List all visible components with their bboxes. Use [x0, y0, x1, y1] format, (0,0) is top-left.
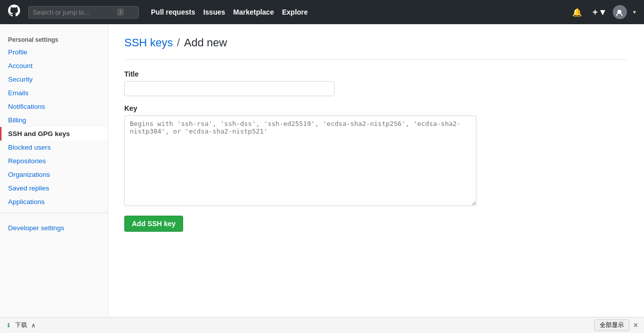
breadcrumb-divider [124, 59, 628, 60]
github-logo[interactable] [8, 5, 20, 20]
breadcrumb: SSH keys / Add new [124, 36, 628, 49]
sidebar-section-title: Personal settings [0, 32, 108, 45]
bottom-bar-right: 全部显示 × [594, 319, 638, 331]
breadcrumb-current-page: Add new [184, 36, 227, 49]
sidebar-item-account[interactable]: Account [0, 59, 108, 73]
page-wrapper: Personal settings Profile Account Securi… [0, 24, 644, 333]
new-item-button[interactable]: + ▾ [590, 5, 607, 20]
nav-marketplace[interactable]: Marketplace [233, 8, 274, 16]
nav-pull-requests[interactable]: Pull requests [151, 8, 195, 16]
search-box[interactable]: / [28, 6, 139, 19]
download-icon: ⬇ [6, 322, 11, 329]
title-input[interactable] [124, 81, 335, 96]
breadcrumb-ssh-keys-link[interactable]: SSH keys [124, 36, 173, 49]
add-ssh-key-button[interactable]: Add SSH key [124, 216, 183, 232]
title-label: Title [124, 70, 487, 78]
slash-shortcut: / [117, 9, 124, 16]
bottom-bar: ⬇ 下载 ∧ 全部显示 × [0, 317, 644, 333]
key-label: Key [124, 104, 487, 112]
main-content: SSH keys / Add new Title Key Add SSH key [108, 24, 644, 333]
sidebar-item-organizations[interactable]: Organizations [0, 168, 108, 181]
download-label: 下载 [15, 321, 27, 329]
title-field-group: Title [124, 70, 487, 96]
bottom-bar-left: ⬇ 下载 ∧ [6, 321, 36, 329]
key-field-group: Key [124, 104, 487, 208]
nav-explore[interactable]: Explore [282, 8, 307, 16]
sidebar-item-developer-settings[interactable]: Developer settings [0, 221, 108, 235]
chevron-up-icon[interactable]: ∧ [31, 322, 36, 329]
sidebar-section2: Developer settings [0, 217, 108, 235]
sidebar-item-profile[interactable]: Profile [0, 45, 108, 59]
nav-links: Pull requests Issues Marketplace Explore [151, 8, 308, 16]
top-navigation: / Pull requests Issues Marketplace Explo… [0, 0, 644, 24]
sidebar-item-notifications[interactable]: Notifications [0, 100, 108, 113]
search-input[interactable] [33, 9, 113, 16]
topnav-right-section: 🔔 + ▾ ▾ [570, 5, 636, 20]
avatar-dropdown-arrow[interactable]: ▾ [633, 9, 636, 16]
sidebar-item-blocked-users[interactable]: Blocked users [0, 141, 108, 154]
notifications-bell-button[interactable]: 🔔 [570, 6, 584, 19]
sidebar-item-saved-replies[interactable]: Saved replies [0, 181, 108, 195]
sidebar-item-security[interactable]: Security [0, 73, 108, 86]
sidebar: Personal settings Profile Account Securi… [0, 24, 108, 333]
sidebar-item-billing[interactable]: Billing [0, 113, 108, 127]
sidebar-item-repositories[interactable]: Repositories [0, 154, 108, 168]
key-textarea[interactable] [124, 115, 476, 206]
nav-issues[interactable]: Issues [203, 8, 225, 16]
breadcrumb-separator: / [177, 36, 180, 49]
sidebar-item-emails[interactable]: Emails [0, 86, 108, 100]
sidebar-item-ssh-gpg-keys[interactable]: SSH and GPG keys [0, 127, 108, 141]
avatar[interactable] [613, 5, 627, 19]
close-bottom-bar-button[interactable]: × [633, 321, 638, 330]
sidebar-item-applications[interactable]: Applications [0, 195, 108, 209]
sidebar-divider [0, 213, 108, 213]
full-display-button[interactable]: 全部显示 [594, 319, 629, 331]
